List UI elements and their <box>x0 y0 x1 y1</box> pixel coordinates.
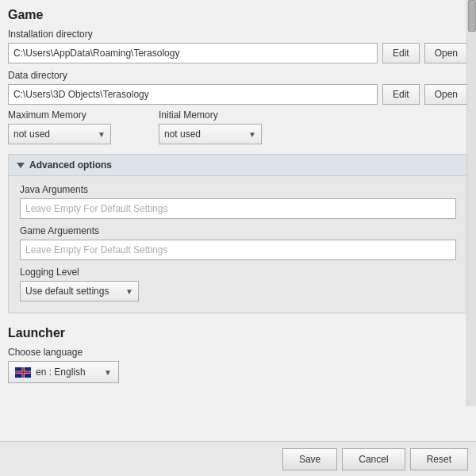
language-label: Choose language <box>8 347 468 358</box>
maximum-memory-label: Maximum Memory <box>8 109 111 121</box>
scrollbar-track[interactable] <box>466 0 476 406</box>
language-value: en : English <box>36 367 98 378</box>
initial-memory-group: Initial Memory not used ▼ <box>159 109 262 144</box>
game-arguments-input[interactable]: Leave Empty For Default Settings <box>20 240 456 260</box>
initial-memory-value: not used <box>164 129 201 140</box>
launcher-section: Launcher Choose language en : English ▼ <box>8 326 468 383</box>
flag-icon <box>15 367 31 378</box>
advanced-collapse-icon <box>17 163 25 168</box>
installation-directory-label: Installation directory <box>8 29 468 40</box>
maximum-memory-arrow: ▼ <box>98 130 106 139</box>
installation-directory-edit-button[interactable]: Edit <box>382 43 420 63</box>
data-directory-row: Edit Open <box>8 84 468 105</box>
language-arrow: ▼ <box>104 368 112 377</box>
initial-memory-arrow: ▼ <box>248 130 256 139</box>
installation-directory-open-button[interactable]: Open <box>424 43 468 63</box>
data-directory-label: Data directory <box>8 70 468 81</box>
advanced-header[interactable]: Advanced options <box>9 155 467 176</box>
game-arguments-label: Game Arguements <box>20 225 456 236</box>
logging-level-dropdown[interactable]: Use default settings ▼ <box>20 281 139 301</box>
maximum-memory-group: Maximum Memory not used ▼ <box>8 109 111 144</box>
initial-memory-label: Initial Memory <box>159 109 262 121</box>
initial-memory-dropdown[interactable]: not used ▼ <box>159 124 262 144</box>
java-arguments-label: Java Arguments <box>20 184 456 195</box>
launcher-section-title: Launcher <box>8 326 468 340</box>
maximum-memory-value: not used <box>13 129 50 140</box>
advanced-header-text: Advanced options <box>29 159 112 171</box>
game-section: Game Installation directory Edit Open Da… <box>8 8 468 313</box>
logging-level-arrow: ▼ <box>125 287 133 296</box>
language-dropdown[interactable]: en : English ▼ <box>8 361 119 383</box>
game-arguments-placeholder: Leave Empty For Default Settings <box>25 244 167 255</box>
reset-button[interactable]: Reset <box>410 448 468 470</box>
bottom-bar: Save Cancel Reset <box>0 441 476 476</box>
maximum-memory-dropdown[interactable]: not used ▼ <box>8 124 111 144</box>
data-directory-open-button[interactable]: Open <box>424 84 468 105</box>
advanced-section: Advanced options Java Arguments Leave Em… <box>8 154 468 313</box>
advanced-body: Java Arguments Leave Empty For Default S… <box>9 176 467 313</box>
java-arguments-input[interactable]: Leave Empty For Default Settings <box>20 198 456 219</box>
data-directory-input[interactable] <box>8 84 378 105</box>
cancel-button[interactable]: Cancel <box>342 448 405 470</box>
save-button[interactable]: Save <box>282 448 337 470</box>
installation-directory-input[interactable] <box>8 43 378 63</box>
logging-level-value: Use default settings <box>25 286 109 297</box>
scrollbar-thumb[interactable] <box>468 0 476 32</box>
logging-level-label: Logging Level <box>20 267 456 278</box>
game-section-title: Game <box>8 8 468 22</box>
java-arguments-placeholder: Leave Empty For Default Settings <box>25 203 167 214</box>
installation-directory-row: Edit Open <box>8 43 468 63</box>
data-directory-edit-button[interactable]: Edit <box>382 84 420 105</box>
memory-row: Maximum Memory not used ▼ Initial Memory… <box>8 109 468 144</box>
